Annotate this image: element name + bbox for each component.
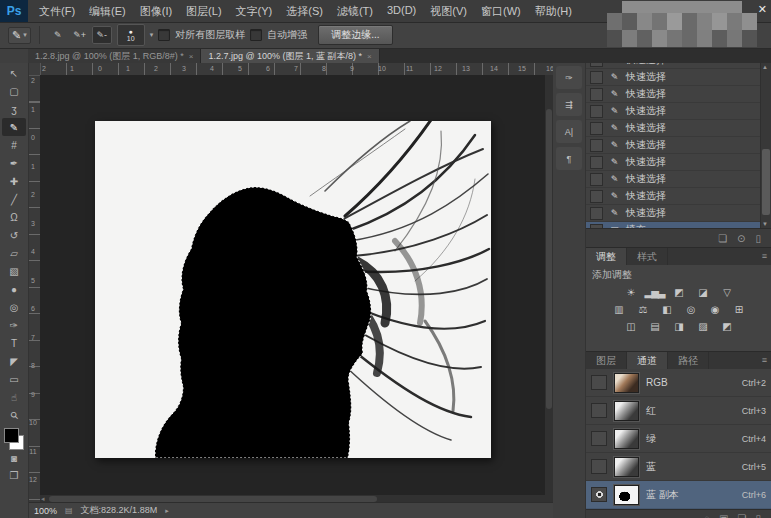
adjustment-hue-saturation-icon[interactable]: ▥ — [610, 302, 627, 317]
menu-edit[interactable]: 编辑(E) — [82, 4, 133, 19]
adjustment-selective-color-icon[interactable]: ◩ — [718, 319, 735, 334]
history-step[interactable]: ✎ 快速选择 — [586, 120, 761, 137]
blur-tool[interactable]: ● — [2, 280, 26, 298]
scroll-up-icon[interactable]: ▲ — [762, 64, 768, 70]
brush-panel-icon[interactable]: ✑ — [556, 66, 582, 89]
rectangle-tool[interactable]: ▭ — [2, 370, 26, 388]
history-step-fill[interactable]: ▤ 填充 — [586, 222, 761, 228]
menu-view[interactable]: 视图(V) — [423, 4, 474, 19]
rectangular-marquee-tool[interactable]: ▢ — [2, 82, 26, 100]
history-step[interactable]: ✎ 快速选择 — [586, 69, 761, 86]
history-brush-tool[interactable]: ↺ — [2, 226, 26, 244]
save-selection-as-channel-icon[interactable]: ▣ — [719, 513, 728, 518]
adjustment-vibrance-icon[interactable]: ▽ — [718, 285, 735, 300]
delete-state-icon[interactable]: ▯ — [755, 233, 761, 244]
tab-paths[interactable]: 路径 — [668, 352, 709, 369]
new-document-from-state-icon[interactable]: ❏ — [718, 233, 727, 244]
tab-styles[interactable]: 样式 — [627, 248, 668, 265]
paragraph-panel-icon[interactable]: ¶ — [556, 147, 582, 170]
panel-menu-icon[interactable]: ≡ — [762, 251, 767, 261]
sample-all-layers-checkbox[interactable] — [158, 29, 170, 41]
color-swatches[interactable] — [4, 428, 24, 450]
create-snapshot-icon[interactable]: ⊙ — [737, 233, 745, 244]
adjustment-black-white-icon[interactable]: ◧ — [658, 302, 675, 317]
channel-blue-copy[interactable]: 蓝 副本 Ctrl+6 — [586, 481, 771, 509]
channel-blue[interactable]: 蓝 Ctrl+5 — [586, 453, 771, 481]
canvas-image[interactable] — [95, 121, 491, 458]
healing-brush-tool[interactable]: ✚ — [2, 172, 26, 190]
adjustment-photo-filter-icon[interactable]: ◎ — [682, 302, 699, 317]
history-source-well[interactable] — [590, 224, 603, 229]
history-step[interactable]: ✎ 快速选择 — [586, 171, 761, 188]
crop-tool[interactable]: # — [2, 136, 26, 154]
status-flyout-icon[interactable]: ▸ — [165, 507, 169, 515]
gradient-tool[interactable]: ▧ — [2, 262, 26, 280]
clone-stamp-tool[interactable]: Ω — [2, 208, 26, 226]
tool-preset-picker[interactable]: ✎ ▾ — [8, 27, 31, 44]
history-step[interactable]: ✎ 快速选择 — [586, 205, 761, 222]
adjustment-color-balance-icon[interactable]: ⚖ — [634, 302, 651, 317]
menu-layer[interactable]: 图层(L) — [179, 4, 228, 19]
brush-size-picker[interactable]: ● 10 — [117, 24, 145, 46]
foreground-color-swatch[interactable] — [4, 428, 19, 443]
tab-layers[interactable]: 图层 — [586, 352, 627, 369]
add-to-selection-mode-button[interactable]: ✎+ — [70, 26, 90, 44]
history-source-well[interactable] — [590, 190, 603, 203]
history-step[interactable]: ✎ 快速选择 — [586, 188, 761, 205]
visibility-toggle[interactable] — [591, 431, 607, 446]
close-icon[interactable]: × — [367, 52, 372, 61]
channel-thumbnail[interactable] — [614, 457, 639, 477]
visibility-toggle[interactable] — [591, 375, 607, 390]
panel-menu-icon[interactable]: ≡ — [762, 355, 767, 365]
history-scrollbar[interactable]: ▲ ▼ — [760, 63, 771, 228]
history-source-well[interactable] — [590, 71, 603, 84]
tab-channels[interactable]: 通道 — [627, 352, 668, 369]
menu-filter[interactable]: 滤镜(T) — [330, 4, 380, 19]
screen-mode-button[interactable]: ❐ — [2, 467, 26, 484]
visibility-toggle[interactable] — [591, 487, 607, 502]
document-tab-2[interactable]: 1.2.7.jpg @ 100% (图层 1, 蓝 副本/8) * × — [201, 49, 379, 63]
channel-thumbnail[interactable] — [614, 373, 639, 393]
adjustment-invert-icon[interactable]: ◫ — [622, 319, 639, 334]
channel-thumbnail[interactable] — [614, 429, 639, 449]
menu-file[interactable]: 文件(F) — [32, 4, 82, 19]
quick-selection-tool[interactable]: ✎ — [2, 118, 26, 136]
eraser-tool[interactable]: ▱ — [2, 244, 26, 262]
delete-channel-icon[interactable]: ▯ — [755, 513, 761, 518]
chevron-down-icon[interactable]: ▾ — [150, 31, 154, 39]
window-close-button[interactable]: ✕ — [758, 3, 767, 16]
menu-window[interactable]: 窗口(W) — [474, 4, 528, 19]
new-selection-mode-button[interactable]: ✎ — [48, 26, 68, 44]
subtract-from-selection-mode-button[interactable]: ✎- — [92, 26, 112, 44]
refine-edge-button[interactable]: 调整边缘... — [318, 25, 392, 45]
adjustment-color-lookup-icon[interactable]: ⊞ — [730, 302, 747, 317]
move-tool[interactable]: ↖ — [2, 64, 26, 82]
channel-thumbnail[interactable] — [614, 401, 639, 421]
load-channel-as-selection-icon[interactable]: ◌ — [704, 513, 710, 518]
history-source-well[interactable] — [590, 105, 603, 118]
visibility-toggle[interactable] — [591, 403, 607, 418]
close-icon[interactable]: × — [189, 52, 194, 61]
pen-tool[interactable]: ✑ — [2, 316, 26, 334]
clone-source-panel-icon[interactable]: ⇶ — [556, 93, 582, 116]
document-tab-1[interactable]: 1.2.8.jpg @ 100% (图层 1, RGB/8#) * × — [28, 49, 201, 63]
auto-enhance-checkbox[interactable] — [250, 29, 262, 41]
menu-help[interactable]: 帮助(H) — [528, 4, 579, 19]
adjustment-threshold-icon[interactable]: ◨ — [670, 319, 687, 334]
channel-thumbnail[interactable] — [614, 485, 639, 505]
tab-adjustments[interactable]: 调整 — [586, 248, 627, 265]
adjustment-channel-mixer-icon[interactable]: ◉ — [706, 302, 723, 317]
history-source-well[interactable] — [590, 156, 603, 169]
history-source-well[interactable] — [590, 173, 603, 186]
lasso-tool[interactable]: ʒ — [2, 100, 26, 118]
quick-mask-button[interactable]: ◙ — [2, 450, 26, 467]
history-step[interactable]: ✎ 快速选择 — [586, 154, 761, 171]
adjustment-gradient-map-icon[interactable]: ▨ — [694, 319, 711, 334]
history-step[interactable]: ✎ 快速选择 — [586, 137, 761, 154]
menu-image[interactable]: 图像(I) — [133, 4, 179, 19]
eyedropper-tool[interactable]: ✒ — [2, 154, 26, 172]
path-selection-tool[interactable]: ◤ — [2, 352, 26, 370]
canvas-vertical-scrollbar[interactable] — [545, 75, 553, 503]
scroll-down-icon[interactable]: ▼ — [762, 221, 768, 227]
history-step[interactable]: ✎ 快速选择 — [586, 103, 761, 120]
